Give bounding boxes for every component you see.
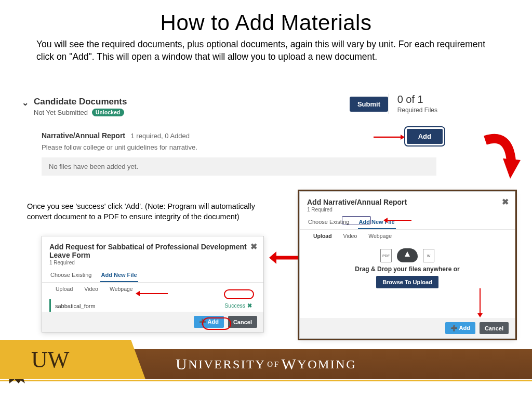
documents-panel: ⌄ Candidate Documents Not Yet Submitted …: [22, 97, 500, 176]
tab-add-new-file[interactable]: Add New File: [100, 270, 138, 282]
logo-block: UW: [0, 340, 145, 379]
svg-marker-4: [477, 313, 483, 317]
highlight-ring: [342, 216, 371, 224]
svg-marker-6: [383, 218, 388, 223]
arrow-icon: [136, 290, 168, 297]
dialog-title: Add Request for Sabbatical of Profession…: [42, 236, 263, 259]
arrow-icon: [374, 134, 405, 141]
pdf-icon: PDF: [380, 249, 392, 262]
note-text: Once you see 'success' click 'Add'. (Not…: [27, 202, 271, 222]
required-label: Required Files: [397, 107, 437, 114]
tab-choose-existing[interactable]: Choose Existing: [49, 270, 93, 282]
requirement-desc: Please follow college or unit guidelines…: [42, 143, 500, 151]
file-name: sabbatical_form: [55, 303, 96, 309]
uw-logo: UW: [31, 347, 69, 373]
subtab-webpage[interactable]: Webpage: [368, 233, 392, 239]
svg-marker-2: [503, 158, 521, 179]
svg-marker-8: [136, 291, 140, 296]
remove-file-icon[interactable]: ✖: [247, 302, 252, 309]
page-title: How to Add Materials: [0, 0, 532, 38]
subtab-upload[interactable]: Upload: [56, 286, 73, 292]
dialog-title: Add Narrative/Annual Report: [300, 192, 515, 206]
requirement-meta: 1 required, 0 Added: [131, 132, 190, 140]
cancel-button[interactable]: Cancel: [228, 316, 257, 328]
add-sabbatical-dialog: ✖ Add Request for Sabbatical of Professi…: [42, 236, 264, 332]
subtab-webpage[interactable]: Webpage: [110, 286, 133, 292]
subtab-video[interactable]: Video: [343, 233, 357, 239]
svg-marker-1: [401, 135, 405, 140]
requirement-title: Narrative/Annual Report: [42, 131, 125, 140]
cancel-button[interactable]: Cancel: [480, 322, 509, 334]
curved-arrow-icon: [480, 130, 522, 187]
subtab-upload[interactable]: Upload: [313, 233, 332, 239]
arrow-icon: [383, 217, 411, 223]
section-heading: Candidate Documents: [34, 97, 127, 107]
add-button[interactable]: ➕ Add: [445, 322, 475, 334]
close-icon[interactable]: ✖: [250, 242, 257, 251]
uploaded-file-row: sabbatical_form Success✖: [49, 299, 256, 312]
highlight-ring: [224, 289, 254, 299]
chevron-down-icon[interactable]: ⌄: [22, 98, 29, 108]
upload-cloud-icon: [397, 248, 418, 262]
separator: [0, 380, 532, 381]
dialog-required: 1 Required: [42, 259, 263, 270]
word-icon: W: [423, 249, 434, 262]
required-count-box: 0 of 1 Required Files: [389, 94, 437, 114]
drop-text: Drag & Drop your files anywhere or: [300, 265, 515, 273]
arrow-left-icon: [269, 251, 298, 264]
submit-button[interactable]: Submit: [350, 97, 388, 112]
page-subtitle: You will see the required documents, plu…: [0, 38, 532, 63]
arrow-down-icon: [476, 288, 484, 317]
add-button[interactable]: Add: [407, 129, 443, 144]
drop-area[interactable]: PDF W Drag & Drop your files anywhere or…: [300, 241, 515, 292]
required-count: 0 of 1: [397, 94, 437, 105]
success-label: Success: [224, 302, 245, 309]
status-badge: Unlocked: [92, 109, 124, 116]
subtab-video[interactable]: Video: [84, 286, 98, 292]
dialog-required: 1 Required: [300, 206, 515, 217]
status-text: Not Yet Submitted: [34, 109, 88, 116]
highlight-ring: [202, 317, 231, 330]
svg-marker-10: [269, 251, 276, 264]
browse-button[interactable]: Browse To Upload: [376, 276, 438, 288]
no-files-message: No files have been added yet.: [42, 157, 436, 176]
close-icon[interactable]: ✖: [502, 197, 509, 207]
add-narrative-dialog: ✖ Add Narrative/Annual Report 1 Required…: [299, 191, 515, 339]
